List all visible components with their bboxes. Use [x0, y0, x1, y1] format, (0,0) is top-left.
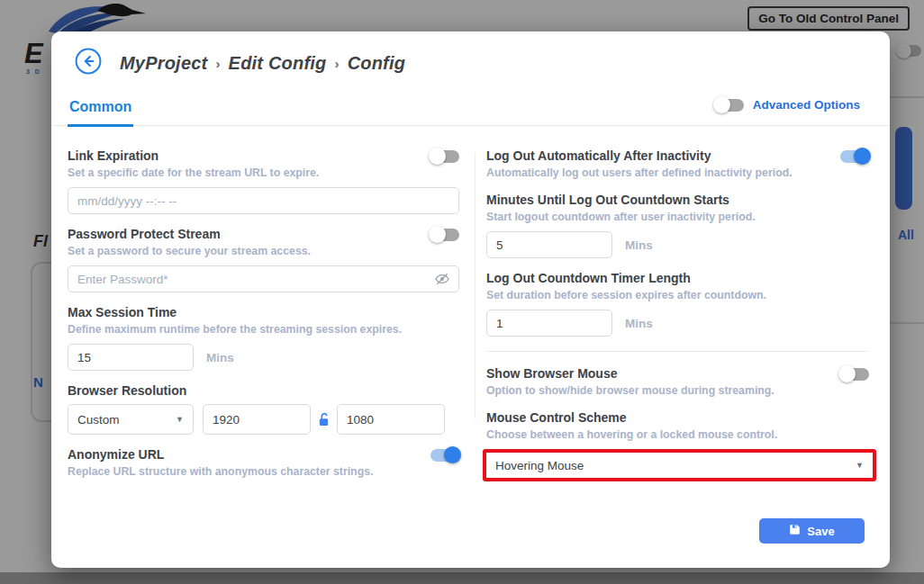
auto-logout-toggle[interactable]: [840, 150, 869, 163]
field-logout-countdown-start: Minutes Until Log Out Countdown Starts S…: [486, 193, 869, 258]
link-expiration-date-input[interactable]: [68, 187, 459, 214]
breadcrumb-edit-config[interactable]: Edit Config: [229, 53, 327, 73]
field-label: Show Browser Mouse: [486, 366, 617, 382]
field-description: Automatically log out users after define…: [486, 166, 869, 180]
field-label: Log Out Countdown Timer Length: [486, 271, 691, 286]
breadcrumb-config[interactable]: Config: [348, 53, 406, 73]
field-link-expiration: Link Expiration Set a specific date for …: [68, 148, 459, 214]
field-description: Option to show/hide browser mouse during…: [486, 384, 869, 398]
advanced-options-control: Advanced Options: [715, 98, 860, 112]
breadcrumb: MyProject›Edit Config›Config: [120, 53, 405, 74]
field-anonymize-url: Anonymize URL Replace URL structure with…: [68, 447, 459, 479]
breadcrumb-separator: ›: [334, 56, 339, 71]
field-browser-resolution: Browser Resolution Custom ▼: [68, 383, 459, 435]
field-label: Mouse Control Scheme: [486, 410, 627, 426]
eye-off-icon[interactable]: [434, 271, 450, 291]
field-description: Set a specific date for the stream URL t…: [68, 166, 459, 180]
field-description: Replace URL structure with anonymous cha…: [68, 465, 459, 479]
mouse-control-scheme-select[interactable]: Hovering Mouse ▼: [486, 453, 873, 478]
form-column-left: Link Expiration Set a specific date for …: [68, 148, 459, 491]
chevron-down-icon: ▼: [176, 415, 184, 424]
tab-bar: Common Advanced Options: [51, 87, 890, 126]
mouse-control-scheme-value: Hovering Mouse: [495, 459, 584, 472]
advanced-options-toggle[interactable]: [715, 99, 744, 112]
edit-config-modal: MyProject›Edit Config›Config Common Adva…: [51, 31, 890, 568]
password-input[interactable]: [68, 265, 459, 292]
save-button[interactable]: Save: [759, 518, 865, 544]
field-auto-logout: Log Out Automatically After Inactivity A…: [486, 148, 869, 180]
advanced-options-label: Advanced Options: [753, 98, 860, 112]
field-label: Anonymize URL: [68, 447, 164, 463]
field-label: Password Protect Stream: [68, 227, 221, 242]
logout-countdown-start-input[interactable]: [486, 231, 612, 258]
breadcrumb-project[interactable]: MyProject: [120, 53, 207, 73]
anonymize-url-toggle[interactable]: [430, 449, 459, 462]
section-divider: [486, 351, 869, 352]
field-label: Link Expiration: [68, 148, 159, 164]
minutes-unit-label: Mins: [625, 317, 653, 330]
max-session-time-input[interactable]: [68, 344, 194, 371]
field-max-session-time: Max Session Time Define maximum runtime …: [68, 305, 459, 371]
chevron-down-icon: ▼: [856, 461, 864, 470]
field-label: Browser Resolution: [68, 383, 186, 399]
resolution-height-input[interactable]: [337, 404, 445, 435]
field-mouse-control-scheme: Mouse Control Scheme Choose between a ho…: [486, 410, 869, 481]
field-label: Max Session Time: [68, 305, 177, 320]
tab-common[interactable]: Common: [68, 99, 133, 127]
screen: E 3 D Go To Old Control Panel Fl N All M…: [0, 0, 924, 584]
minutes-unit-label: Mins: [625, 238, 653, 252]
form-column-right: Log Out Automatically After Inactivity A…: [486, 148, 869, 494]
minutes-unit-label: Mins: [206, 351, 234, 364]
aspect-ratio-unlock-icon[interactable]: [317, 412, 331, 427]
field-logout-timer-length: Log Out Countdown Timer Length Set durat…: [486, 271, 869, 337]
resolution-width-input[interactable]: [203, 404, 311, 435]
field-password-protect: Password Protect Stream Set a password t…: [68, 227, 459, 292]
field-label: Log Out Automatically After Inactivity: [486, 148, 711, 164]
field-description: Set duration before session expires afte…: [486, 289, 869, 302]
resolution-preset-value: Custom: [77, 413, 120, 427]
field-label: Minutes Until Log Out Countdown Starts: [486, 193, 729, 208]
save-disk-icon: [789, 524, 801, 538]
logout-timer-length-input[interactable]: [486, 310, 612, 337]
field-description: Choose between a hovering or a locked mo…: [486, 428, 869, 442]
field-show-browser-mouse: Show Browser Mouse Option to show/hide b…: [486, 366, 869, 398]
highlight-annotation-box: Hovering Mouse ▼: [483, 449, 876, 481]
password-protect-toggle[interactable]: [430, 229, 459, 241]
show-browser-mouse-toggle[interactable]: [840, 368, 869, 381]
resolution-preset-select[interactable]: Custom ▼: [68, 404, 194, 435]
field-description: Set a password to secure your stream acc…: [68, 245, 459, 258]
save-button-label: Save: [807, 525, 834, 538]
link-expiration-toggle[interactable]: [430, 150, 459, 163]
breadcrumb-separator: ›: [215, 56, 220, 71]
back-button[interactable]: [75, 49, 102, 76]
arrow-left-icon: [75, 48, 102, 78]
column-divider: [475, 153, 476, 418]
field-description: Start logout countdown after user inacti…: [486, 211, 869, 224]
field-description: Define maximum runtime before the stream…: [68, 323, 459, 337]
